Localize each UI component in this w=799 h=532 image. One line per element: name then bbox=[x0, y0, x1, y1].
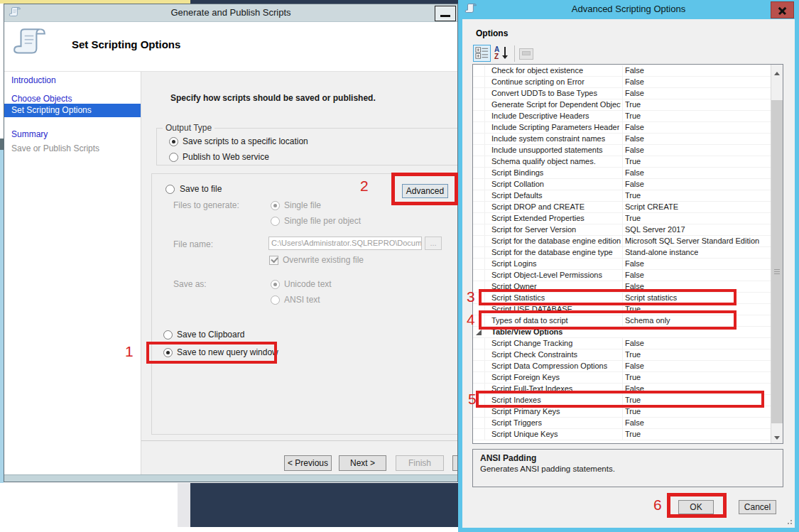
property-value[interactable]: True bbox=[625, 373, 641, 381]
property-row[interactable]: Script Logins False bbox=[473, 259, 771, 270]
sidebar-step-item[interactable]: Set Scripting Options bbox=[4, 104, 141, 117]
property-row[interactable]: Script Foreign Keys True bbox=[473, 372, 771, 384]
property-row[interactable]: Script Data Compression Options False bbox=[473, 361, 771, 372]
property-value[interactable]: True bbox=[625, 214, 641, 222]
radio-single-file[interactable] bbox=[271, 201, 280, 210]
cancel-button[interactable]: Cancel bbox=[739, 500, 776, 514]
wizard-titlebar[interactable]: Generate and Publish Scripts bbox=[4, 4, 457, 22]
property-row[interactable]: Script Primary Keys True bbox=[473, 406, 771, 418]
property-value[interactable]: False bbox=[625, 339, 644, 347]
property-value[interactable]: False bbox=[625, 146, 644, 154]
property-value[interactable]: False bbox=[625, 168, 644, 177]
radio-save-to-file[interactable] bbox=[165, 185, 175, 194]
cancel-button-partial[interactable]: Cancel bbox=[452, 455, 457, 471]
property-row[interactable]: Script Triggers False bbox=[473, 418, 771, 429]
radio-ansi-text[interactable] bbox=[271, 295, 280, 305]
scrollbar-thumb[interactable] bbox=[771, 100, 783, 423]
property-value[interactable]: SQL Server 2017 bbox=[625, 225, 685, 234]
property-value[interactable]: False bbox=[625, 271, 644, 279]
close-icon[interactable] bbox=[771, 1, 794, 18]
property-row[interactable]: Script Bindings False bbox=[473, 168, 771, 179]
button-separator bbox=[141, 440, 457, 441]
radio-unicode-text[interactable] bbox=[271, 280, 280, 289]
property-row[interactable]: Script Object-Level Permissions False bbox=[473, 270, 771, 281]
property-row[interactable]: Check for object existence False bbox=[473, 65, 771, 77]
overwrite-checkbox[interactable] bbox=[269, 256, 278, 265]
categorized-view-icon[interactable] bbox=[473, 45, 491, 62]
scroll-down-icon[interactable] bbox=[771, 431, 783, 443]
sidebar-step-item[interactable]: Introduction bbox=[11, 75, 56, 85]
property-value[interactable]: False bbox=[625, 259, 644, 268]
radio-single-file-per-object[interactable] bbox=[271, 217, 280, 226]
property-value[interactable]: False bbox=[625, 180, 644, 188]
sidebar-step-item[interactable]: Save or Publish Scripts bbox=[11, 143, 99, 153]
backdrop-bottom-navy-bar bbox=[190, 483, 458, 527]
property-row[interactable]: Script for the database engine type Stan… bbox=[473, 247, 771, 259]
annotation-box-6 bbox=[667, 493, 727, 518]
property-value[interactable]: True bbox=[625, 350, 641, 359]
property-row[interactable]: Script Check Constraints True bbox=[473, 349, 771, 361]
property-row[interactable]: Script for the database engine edition M… bbox=[473, 236, 771, 247]
alphabetical-sort-icon[interactable] bbox=[494, 45, 511, 62]
property-value[interactable]: Script CREATE bbox=[625, 202, 678, 211]
property-value[interactable]: True bbox=[625, 191, 641, 200]
radio-publish-web-service-label[interactable]: Publish to Web service bbox=[183, 152, 269, 162]
property-value[interactable]: Microsoft SQL Server Standard Edition bbox=[625, 237, 759, 245]
property-value[interactable]: True bbox=[625, 100, 641, 109]
radio-save-scripts-location-label[interactable]: Save scripts to a specific location bbox=[183, 136, 308, 146]
property-value[interactable]: False bbox=[625, 89, 644, 97]
property-value[interactable]: False bbox=[625, 66, 644, 75]
radio-save-to-clipboard-label[interactable]: Save to Clipboard bbox=[177, 330, 244, 340]
radio-save-scripts-location[interactable] bbox=[169, 137, 178, 146]
property-value[interactable]: True bbox=[625, 407, 641, 416]
category-expander-icon[interactable] bbox=[476, 330, 482, 335]
property-row[interactable]: Include unsupported statements False bbox=[473, 145, 771, 156]
property-description-panel: ANSI Padding Generates ANSI padding stat… bbox=[472, 449, 783, 487]
property-row[interactable]: Script Extended Properties True bbox=[473, 213, 771, 224]
browse-button[interactable]: ... bbox=[425, 237, 442, 250]
scroll-up-icon[interactable] bbox=[771, 65, 783, 77]
property-value[interactable]: False bbox=[625, 134, 644, 143]
property-value[interactable]: False bbox=[625, 362, 644, 370]
files-to-generate-label: Files to generate: bbox=[173, 200, 239, 210]
next-button[interactable]: Next > bbox=[339, 455, 386, 471]
property-row[interactable]: Script Unique Keys True bbox=[473, 429, 771, 440]
sidebar-step-item[interactable]: Summary bbox=[11, 129, 48, 139]
property-name: Include system constraint names bbox=[491, 134, 605, 143]
property-row[interactable]: Include Descriptive Headers True bbox=[473, 111, 771, 122]
property-value[interactable]: False bbox=[625, 418, 644, 427]
previous-button[interactable]: < Previous bbox=[284, 455, 332, 471]
property-row[interactable]: Script Defaults True bbox=[473, 190, 771, 202]
annotation-box-3 bbox=[479, 289, 737, 305]
grid-scrollbar[interactable] bbox=[771, 65, 783, 443]
minimize-button[interactable] bbox=[435, 6, 456, 21]
property-value[interactable]: True bbox=[625, 157, 641, 165]
file-name-input[interactable]: C:\Users\Administrator.SQLREPRO\Docume bbox=[268, 237, 422, 250]
property-row[interactable]: Script for Server Version SQL Server 201… bbox=[473, 224, 771, 236]
property-value[interactable]: True bbox=[625, 112, 641, 120]
property-row[interactable]: Generate Script for Dependent Objects Tr… bbox=[473, 99, 771, 111]
resize-grip-icon[interactable] bbox=[786, 518, 793, 525]
property-value[interactable]: Stand-alone instance bbox=[625, 248, 698, 256]
annotation-number-1: 1 bbox=[125, 343, 134, 360]
property-row[interactable]: Script DROP and CREATE Script CREATE bbox=[473, 202, 771, 213]
description-text: Generates ANSI padding statements. bbox=[480, 465, 615, 473]
sidebar-step-item[interactable]: Choose Objects bbox=[11, 94, 72, 104]
property-name: Script Defaults bbox=[491, 191, 543, 200]
property-row[interactable]: Script Collation False bbox=[473, 179, 771, 190]
property-row[interactable]: Convert UDDTs to Base Types False bbox=[473, 88, 771, 99]
finish-button: Finish bbox=[396, 455, 444, 471]
property-row[interactable]: Script Change Tracking False bbox=[473, 338, 771, 349]
dialog-titlebar[interactable]: Advanced Scripting Options bbox=[458, 0, 799, 19]
property-value[interactable]: False bbox=[625, 123, 644, 131]
radio-save-to-clipboard[interactable] bbox=[163, 330, 173, 340]
wizard-window-title: Generate and Publish Scripts bbox=[4, 4, 457, 21]
property-row[interactable]: Continue scripting on Error False bbox=[473, 77, 771, 88]
property-value[interactable]: True bbox=[625, 430, 641, 438]
property-value[interactable]: False bbox=[625, 77, 644, 86]
property-row[interactable]: Include system constraint names False bbox=[473, 134, 771, 145]
radio-save-to-file-label[interactable]: Save to file bbox=[180, 184, 222, 194]
property-row[interactable]: Schema qualify object names. True bbox=[473, 156, 771, 168]
radio-publish-web-service[interactable] bbox=[169, 153, 178, 162]
property-row[interactable]: Include Scripting Parameters Header Fals… bbox=[473, 122, 771, 134]
